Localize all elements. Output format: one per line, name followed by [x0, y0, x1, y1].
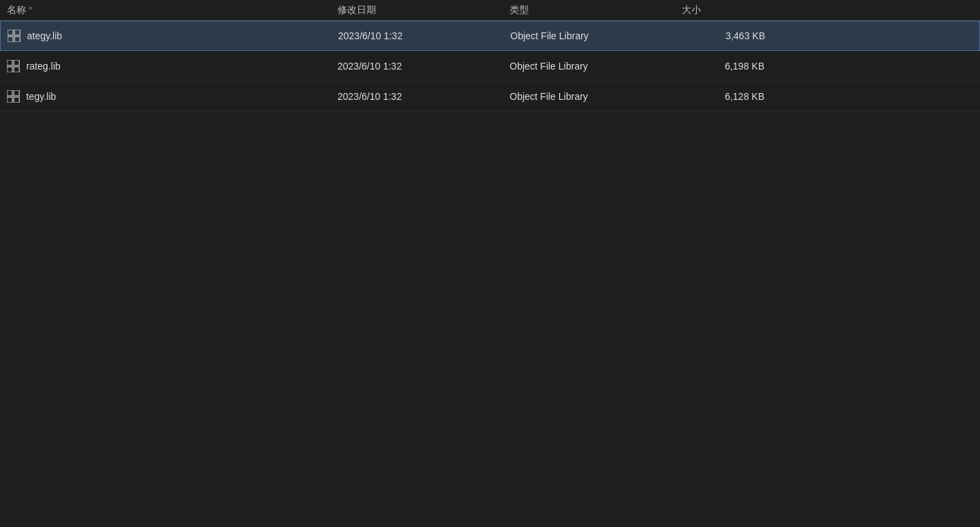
file-name-cell: tegy.lib [0, 90, 331, 103]
file-size-cell: 3,463 KB [676, 30, 772, 41]
lib-file-icon [7, 59, 21, 73]
table-row[interactable]: tegy.lib 2023/6/10 1:32 Object File Libr… [0, 81, 980, 112]
file-date-cell: 2023/6/10 1:32 [331, 91, 503, 102]
file-type-cell: Object File Library [503, 61, 675, 72]
file-size-cell: 6,128 KB [675, 91, 771, 102]
svg-rect-1 [14, 30, 20, 35]
file-name-cell: rateg.lib [0, 59, 331, 73]
svg-rect-9 [14, 90, 19, 96]
svg-rect-0 [8, 30, 13, 35]
svg-rect-11 [14, 97, 19, 103]
file-name-text: ategy.lib [27, 30, 62, 41]
file-name-cell: ategy.lib [1, 29, 331, 43]
lib-file-icon [7, 90, 21, 103]
svg-rect-4 [7, 60, 12, 65]
file-date-cell: 2023/6/10 1:32 [331, 30, 503, 41]
svg-rect-6 [7, 67, 12, 72]
file-list: ategy.lib 2023/6/10 1:32 Object File Lib… [0, 21, 980, 527]
table-header: 名称 ^ 修改日期 类型 大小 [0, 0, 980, 21]
file-type-cell: Object File Library [503, 91, 675, 102]
column-header-type[interactable]: 类型 [503, 4, 675, 17]
file-name-text: tegy.lib [26, 91, 56, 102]
svg-rect-2 [8, 37, 13, 42]
column-header-date[interactable]: 修改日期 [331, 4, 503, 17]
svg-rect-7 [14, 67, 19, 72]
file-date-cell: 2023/6/10 1:32 [331, 61, 503, 72]
file-explorer: 名称 ^ 修改日期 类型 大小 ategy.lib 2023/6/10 1:32… [0, 0, 980, 527]
file-name-text: rateg.lib [26, 61, 61, 72]
file-size-cell: 6,198 KB [675, 61, 771, 72]
col-name-label: 名称 [7, 4, 26, 17]
svg-rect-5 [14, 60, 19, 65]
svg-rect-10 [7, 97, 12, 103]
lib-file-icon [8, 29, 21, 43]
file-type-cell: Object File Library [503, 30, 676, 41]
table-row[interactable]: ategy.lib 2023/6/10 1:32 Object File Lib… [0, 21, 980, 51]
svg-rect-8 [7, 90, 12, 96]
column-header-size[interactable]: 大小 [675, 4, 771, 17]
svg-rect-3 [14, 37, 20, 42]
sort-indicator: ^ [29, 6, 32, 14]
column-header-name[interactable]: 名称 ^ [0, 4, 331, 17]
table-row[interactable]: rateg.lib 2023/6/10 1:32 Object File Lib… [0, 51, 980, 81]
